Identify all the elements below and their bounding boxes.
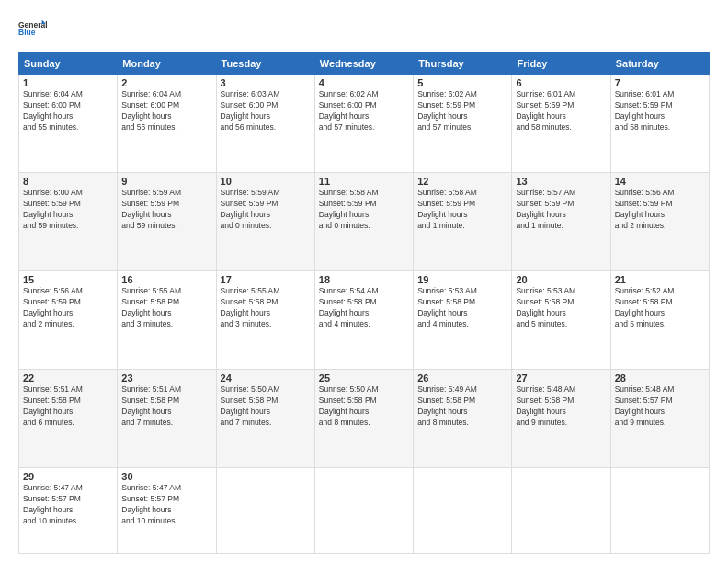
day-number: 27 [516,373,606,384]
weekday-header-thursday: Thursday [414,53,512,75]
calendar-cell: 23Sunrise: 5:51 AMSunset: 5:58 PMDayligh… [118,370,216,468]
day-number: 23 [121,373,211,384]
calendar-cell: 3Sunrise: 6:03 AMSunset: 6:00 PMDaylight… [216,75,314,173]
day-number: 9 [121,176,211,187]
calendar-cell: 14Sunrise: 5:56 AMSunset: 5:59 PMDayligh… [610,173,709,271]
day-number: 14 [615,176,705,187]
logo-svg: General Blue [18,14,48,43]
week-row-2: 8Sunrise: 6:00 AMSunset: 5:59 PMDaylight… [19,173,710,271]
day-number: 19 [417,274,507,285]
calendar-cell: 12Sunrise: 5:58 AMSunset: 5:59 PMDayligh… [414,173,512,271]
calendar-cell: 17Sunrise: 5:55 AMSunset: 5:58 PMDayligh… [216,271,314,370]
day-number: 7 [615,77,705,88]
day-number: 3 [221,77,311,88]
day-number: 30 [121,471,211,482]
day-number: 24 [221,373,311,384]
day-info: Sunrise: 5:57 AMSunset: 5:59 PMDaylight … [516,188,606,232]
calendar-cell: 10Sunrise: 5:59 AMSunset: 5:59 PMDayligh… [216,173,314,271]
day-number: 15 [23,274,113,285]
day-number: 18 [319,274,409,285]
day-info: Sunrise: 5:47 AMSunset: 5:57 PMDaylight … [121,483,211,527]
calendar-cell: 16Sunrise: 5:55 AMSunset: 5:58 PMDayligh… [118,271,216,370]
day-info: Sunrise: 6:00 AMSunset: 5:59 PMDaylight … [23,188,113,232]
day-info: Sunrise: 6:02 AMSunset: 5:59 PMDaylight … [417,89,507,133]
day-number: 26 [417,373,507,384]
header: General Blue [18,14,710,43]
calendar-cell: 19Sunrise: 5:53 AMSunset: 5:58 PMDayligh… [414,271,512,370]
calendar-cell: 29Sunrise: 5:47 AMSunset: 5:57 PMDayligh… [19,468,118,554]
day-info: Sunrise: 5:55 AMSunset: 5:58 PMDaylight … [121,286,211,330]
weekday-header-friday: Friday [512,53,610,75]
calendar-cell: 18Sunrise: 5:54 AMSunset: 5:58 PMDayligh… [314,271,413,370]
day-info: Sunrise: 5:49 AMSunset: 5:58 PMDaylight … [417,385,507,429]
day-number: 13 [516,176,606,187]
day-number: 11 [319,176,409,187]
day-number: 8 [23,176,113,187]
day-info: Sunrise: 6:01 AMSunset: 5:59 PMDaylight … [516,89,606,133]
day-info: Sunrise: 5:54 AMSunset: 5:58 PMDaylight … [319,286,409,330]
weekday-header-wednesday: Wednesday [314,53,413,75]
calendar-cell: 25Sunrise: 5:50 AMSunset: 5:58 PMDayligh… [314,370,413,468]
calendar-cell [414,468,512,554]
calendar-cell: 27Sunrise: 5:48 AMSunset: 5:58 PMDayligh… [512,370,610,468]
day-info: Sunrise: 5:58 AMSunset: 5:59 PMDaylight … [319,188,409,232]
day-number: 6 [516,77,606,88]
calendar-cell: 24Sunrise: 5:50 AMSunset: 5:58 PMDayligh… [216,370,314,468]
calendar-cell [610,468,709,554]
day-number: 16 [121,274,211,285]
day-number: 1 [23,77,113,88]
calendar-cell: 6Sunrise: 6:01 AMSunset: 5:59 PMDaylight… [512,75,610,173]
weekday-header-sunday: Sunday [19,53,118,75]
day-info: Sunrise: 6:01 AMSunset: 5:59 PMDaylight … [615,89,705,133]
calendar-cell: 11Sunrise: 5:58 AMSunset: 5:59 PMDayligh… [314,173,413,271]
weekday-header-tuesday: Tuesday [216,53,314,75]
day-number: 17 [221,274,311,285]
day-number: 22 [23,373,113,384]
day-info: Sunrise: 5:58 AMSunset: 5:59 PMDaylight … [417,188,507,232]
day-info: Sunrise: 6:04 AMSunset: 6:00 PMDaylight … [23,89,113,133]
day-info: Sunrise: 5:59 AMSunset: 5:59 PMDaylight … [121,188,211,232]
day-info: Sunrise: 6:04 AMSunset: 6:00 PMDaylight … [121,89,211,133]
calendar-cell: 1Sunrise: 6:04 AMSunset: 6:00 PMDaylight… [19,75,118,173]
day-number: 2 [121,77,211,88]
day-info: Sunrise: 5:55 AMSunset: 5:58 PMDaylight … [221,286,311,330]
weekday-header-row: SundayMondayTuesdayWednesdayThursdayFrid… [19,53,710,75]
day-number: 5 [417,77,507,88]
week-row-4: 22Sunrise: 5:51 AMSunset: 5:58 PMDayligh… [19,370,710,468]
day-info: Sunrise: 5:56 AMSunset: 5:59 PMDaylight … [23,286,113,330]
day-info: Sunrise: 5:52 AMSunset: 5:58 PMDaylight … [615,286,705,330]
day-number: 10 [221,176,311,187]
week-row-5: 29Sunrise: 5:47 AMSunset: 5:57 PMDayligh… [19,468,710,554]
day-number: 12 [417,176,507,187]
day-info: Sunrise: 5:53 AMSunset: 5:58 PMDaylight … [417,286,507,330]
calendar-table: SundayMondayTuesdayWednesdayThursdayFrid… [18,52,710,554]
day-info: Sunrise: 5:51 AMSunset: 5:58 PMDaylight … [121,385,211,429]
day-info: Sunrise: 5:48 AMSunset: 5:58 PMDaylight … [516,385,606,429]
calendar-cell [216,468,314,554]
weekday-header-saturday: Saturday [610,53,709,75]
day-number: 4 [319,77,409,88]
day-number: 21 [615,274,705,285]
day-number: 20 [516,274,606,285]
calendar-cell: 7Sunrise: 6:01 AMSunset: 5:59 PMDaylight… [610,75,709,173]
calendar-cell: 5Sunrise: 6:02 AMSunset: 5:59 PMDaylight… [414,75,512,173]
calendar-cell: 22Sunrise: 5:51 AMSunset: 5:58 PMDayligh… [19,370,118,468]
week-row-1: 1Sunrise: 6:04 AMSunset: 6:00 PMDaylight… [19,75,710,173]
day-info: Sunrise: 6:03 AMSunset: 6:00 PMDaylight … [221,89,311,133]
day-info: Sunrise: 6:02 AMSunset: 6:00 PMDaylight … [319,89,409,133]
calendar-cell [314,468,413,554]
day-info: Sunrise: 5:47 AMSunset: 5:57 PMDaylight … [23,483,113,527]
weekday-header-monday: Monday [118,53,216,75]
calendar-cell: 4Sunrise: 6:02 AMSunset: 6:00 PMDaylight… [314,75,413,173]
page: General Blue SundayMondayTuesdayWednesda… [0,0,728,563]
day-info: Sunrise: 5:50 AMSunset: 5:58 PMDaylight … [319,385,409,429]
day-info: Sunrise: 5:51 AMSunset: 5:58 PMDaylight … [23,385,113,429]
day-info: Sunrise: 5:50 AMSunset: 5:58 PMDaylight … [221,385,311,429]
calendar-cell: 20Sunrise: 5:53 AMSunset: 5:58 PMDayligh… [512,271,610,370]
calendar-cell: 8Sunrise: 6:00 AMSunset: 5:59 PMDaylight… [19,173,118,271]
calendar-cell: 2Sunrise: 6:04 AMSunset: 6:00 PMDaylight… [118,75,216,173]
calendar-cell: 13Sunrise: 5:57 AMSunset: 5:59 PMDayligh… [512,173,610,271]
day-info: Sunrise: 5:48 AMSunset: 5:57 PMDaylight … [615,385,705,429]
logo: General Blue [18,14,48,43]
day-info: Sunrise: 5:56 AMSunset: 5:59 PMDaylight … [615,188,705,232]
